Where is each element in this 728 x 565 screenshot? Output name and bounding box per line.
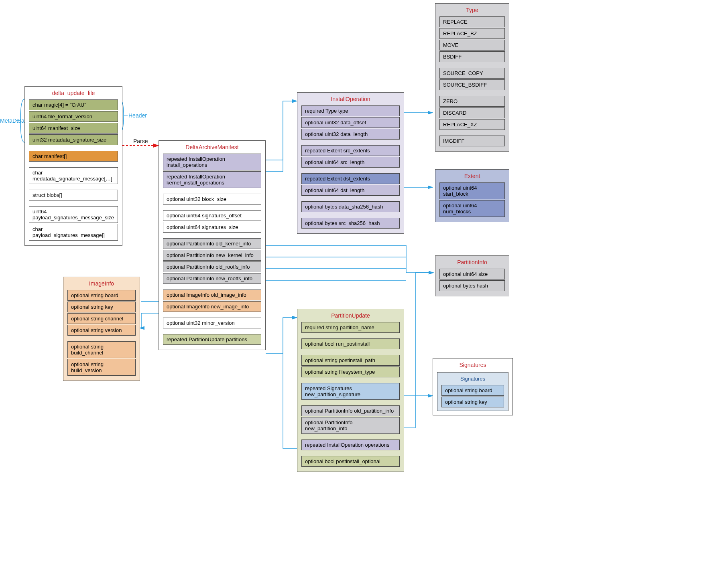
field-file-format-version: uint64 file_format_version — [29, 111, 118, 122]
field-old-kernel-info: optional PartitionInfo old_kernel_info — [163, 238, 261, 249]
field-io-type: required Type type — [301, 105, 400, 116]
field-manifest-size: uint64 manifest_size — [29, 123, 118, 134]
field-sig-board: optional string board — [441, 385, 504, 396]
field-io-dst-length: optional uint64 dst_length — [301, 185, 400, 196]
box-signatures-inner: Signatures optional string board optiona… — [437, 372, 508, 411]
title-dam: DeltaArchiveManifest — [159, 141, 265, 153]
field-pu-new-partition-signature: repeated Signatures new_partition_signat… — [301, 383, 400, 400]
box-image-info: ImageInfo optional string board optional… — [63, 277, 140, 381]
field-new-kernel-info: optional PartitionInfo new_kernel_info — [163, 250, 261, 261]
field-io-data-offset: optional uint32 data_offset — [301, 117, 400, 128]
box-delta-update-file: delta_update_file char magic[4] = "CrAU"… — [24, 86, 122, 246]
box-partition-update: PartitionUpdate required string partitio… — [297, 309, 404, 472]
box-delta-archive-manifest: DeltaArchiveManifest repeated InstallOpe… — [159, 140, 266, 350]
field-io-data-sha256: optional bytes data_sha256_hash — [301, 201, 400, 212]
field-pi-hash: optional bytes hash — [439, 280, 505, 291]
field-type-imgdiff: IMGDIFF — [439, 136, 505, 146]
field-magic: char magic[4] = "CrAU" — [29, 99, 118, 110]
title-signatures-inner: Signatures — [437, 373, 508, 384]
field-payload-signatures-message: char payload_signatures_message[] — [29, 224, 118, 241]
field-sig-key: optional string key — [441, 397, 504, 407]
field-ii-version: optional string version — [67, 325, 136, 336]
field-type-discard: DISCARD — [439, 107, 505, 118]
field-pu-filesystem-type: optional string filesystem_type — [301, 367, 400, 377]
field-new-image-info: optional ImageInfo new_image_info — [163, 301, 261, 312]
field-io-data-length: optional uint32 data_length — [301, 129, 400, 140]
field-old-image-info: optional ImageInfo old_image_info — [163, 290, 261, 300]
title-delta-update-file: delta_update_file — [25, 87, 122, 99]
field-type-sourcebsd: SOURCE_BSDIFF — [439, 79, 505, 90]
title-image-info: ImageInfo — [63, 277, 140, 289]
label-metadata: MetaData — [0, 117, 24, 124]
field-pu-operations: repeated InstallOperation operations — [301, 439, 400, 450]
field-ii-build-version: optional string build_version — [67, 359, 136, 376]
field-manifest: char manifest[] — [29, 151, 118, 162]
field-old-rootfs-info: optional PartitionInfo old_rootfs_info — [163, 261, 261, 272]
field-type-zero: ZERO — [439, 96, 505, 107]
title-type: Type — [435, 4, 509, 16]
title-pi: PartitionInfo — [435, 256, 509, 268]
field-type-move: MOVE — [439, 40, 505, 51]
field-partitions: repeated PartitionUpdate partitions — [163, 334, 261, 345]
field-type-replacexz: REPLACE_XZ — [439, 119, 505, 130]
box-signatures-outer: Signatures Signatures optional string bo… — [433, 358, 513, 415]
field-metadata-signature-size: uint32 metadata_signature_size — [29, 134, 118, 145]
field-extent-start: optional uint64 start_block — [439, 182, 505, 199]
field-io-dst-extents: repeated Extent dst_extents — [301, 173, 400, 184]
field-ii-build-channel: optional string build_channel — [67, 341, 136, 358]
field-block-size: optional uint32 block_size — [163, 194, 261, 205]
label-header: Header — [128, 112, 147, 119]
title-signatures: Signatures — [433, 358, 512, 371]
field-struct-blobs: struct blobs[] — [29, 190, 118, 200]
field-ii-channel: optional string channel — [67, 313, 136, 324]
field-type-replacebz: REPLACE_BZ — [439, 28, 505, 39]
field-pi-size: optional uint64 size — [439, 269, 505, 279]
field-signatures-size: optional uint64 signatures_size — [163, 222, 261, 233]
label-parse: Parse — [133, 138, 148, 144]
field-install-operations: repeated InstallOperation install_operat… — [163, 154, 261, 170]
title-pu: PartitionUpdate — [297, 309, 404, 321]
title-io: InstallOperation — [297, 93, 404, 105]
field-pu-old-partition-info: optional PartitionInfo old_partition_inf… — [301, 405, 400, 416]
box-install-operation: InstallOperation required Type type opti… — [297, 92, 404, 234]
field-new-rootfs-info: optional PartitionInfo new_rootfs_info — [163, 273, 261, 284]
field-signatures-offset: optional uint64 signatures_offset — [163, 210, 261, 221]
field-extent-num: optional uint64 num_blocks — [439, 200, 505, 217]
field-minor-version: optional uint32 minor_version — [163, 318, 261, 328]
field-ii-key: optional string key — [67, 302, 136, 312]
field-pu-postinstall-path: optional string postinstall_path — [301, 355, 400, 366]
field-io-src-length: optional uint64 src_length — [301, 157, 400, 168]
field-type-bsdiff: BSDIFF — [439, 51, 505, 62]
box-partition-info: PartitionInfo optional uint64 size optio… — [435, 255, 509, 296]
box-extent: Extent optional uint64 start_block optio… — [435, 169, 509, 222]
field-kernel-install-operations: repeated InstallOperation kernel_install… — [163, 171, 261, 188]
field-io-src-sha256: optional bytes src_sha256_hash — [301, 218, 400, 229]
field-io-src-extents: repeated Extent src_extents — [301, 145, 400, 156]
field-pu-postinstall-optional: optional bool postinstall_optional — [301, 456, 400, 467]
box-type: Type REPLACE REPLACE_BZ MOVE BSDIFF SOUR… — [435, 3, 509, 152]
field-type-sourcecopy: SOURCE_COPY — [439, 68, 505, 79]
field-pu-run-postinstall: optional bool run_postinstall — [301, 338, 400, 349]
field-payload-signatures-message-size: uint64 payload_signatures_message_size — [29, 206, 118, 223]
title-extent: Extent — [435, 170, 509, 182]
field-pu-new-partition-info: optional PartitionInfo new_partition_inf… — [301, 417, 400, 434]
field-ii-board: optional string board — [67, 290, 136, 301]
field-pu-name: required string partition_name — [301, 322, 400, 333]
field-metadata-signature-message: char medatada_signature_message[…] — [29, 167, 118, 184]
field-type-replace: REPLACE — [439, 16, 505, 27]
